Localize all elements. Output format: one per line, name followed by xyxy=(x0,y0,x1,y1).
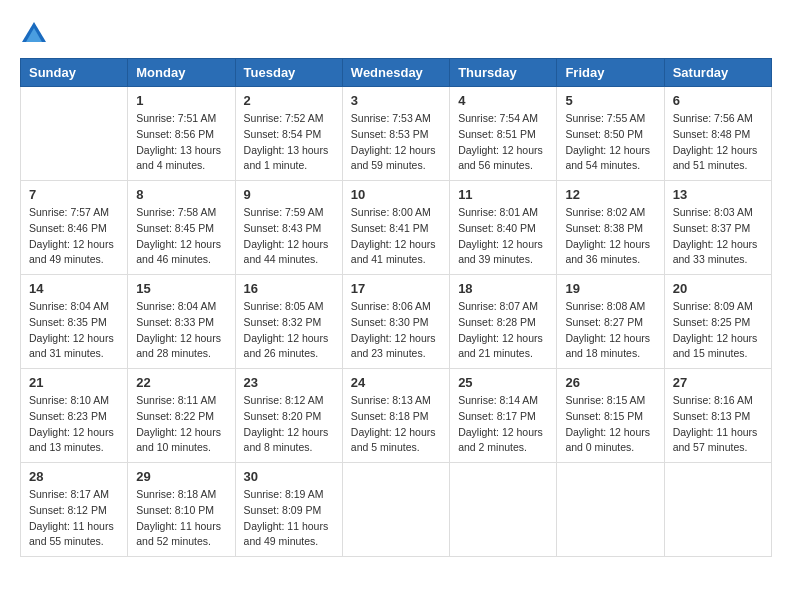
day-number: 23 xyxy=(244,375,334,390)
calendar-cell: 19Sunrise: 8:08 AM Sunset: 8:27 PM Dayli… xyxy=(557,275,664,369)
calendar-cell: 15Sunrise: 8:04 AM Sunset: 8:33 PM Dayli… xyxy=(128,275,235,369)
day-info: Sunrise: 8:17 AM Sunset: 8:12 PM Dayligh… xyxy=(29,487,119,550)
day-info: Sunrise: 7:59 AM Sunset: 8:43 PM Dayligh… xyxy=(244,205,334,268)
day-info: Sunrise: 8:11 AM Sunset: 8:22 PM Dayligh… xyxy=(136,393,226,456)
calendar-cell: 10Sunrise: 8:00 AM Sunset: 8:41 PM Dayli… xyxy=(342,181,449,275)
day-number: 16 xyxy=(244,281,334,296)
header-friday: Friday xyxy=(557,59,664,87)
week-row-5: 28Sunrise: 8:17 AM Sunset: 8:12 PM Dayli… xyxy=(21,463,772,557)
day-info: Sunrise: 7:51 AM Sunset: 8:56 PM Dayligh… xyxy=(136,111,226,174)
day-info: Sunrise: 8:02 AM Sunset: 8:38 PM Dayligh… xyxy=(565,205,655,268)
logo-icon xyxy=(20,20,48,48)
calendar-cell xyxy=(450,463,557,557)
day-info: Sunrise: 8:09 AM Sunset: 8:25 PM Dayligh… xyxy=(673,299,763,362)
calendar-cell: 8Sunrise: 7:58 AM Sunset: 8:45 PM Daylig… xyxy=(128,181,235,275)
day-info: Sunrise: 8:05 AM Sunset: 8:32 PM Dayligh… xyxy=(244,299,334,362)
calendar-cell xyxy=(342,463,449,557)
calendar-cell: 3Sunrise: 7:53 AM Sunset: 8:53 PM Daylig… xyxy=(342,87,449,181)
week-row-3: 14Sunrise: 8:04 AM Sunset: 8:35 PM Dayli… xyxy=(21,275,772,369)
day-info: Sunrise: 8:03 AM Sunset: 8:37 PM Dayligh… xyxy=(673,205,763,268)
day-info: Sunrise: 7:56 AM Sunset: 8:48 PM Dayligh… xyxy=(673,111,763,174)
day-info: Sunrise: 8:19 AM Sunset: 8:09 PM Dayligh… xyxy=(244,487,334,550)
day-number: 14 xyxy=(29,281,119,296)
calendar-cell: 7Sunrise: 7:57 AM Sunset: 8:46 PM Daylig… xyxy=(21,181,128,275)
day-number: 13 xyxy=(673,187,763,202)
header-monday: Monday xyxy=(128,59,235,87)
day-number: 15 xyxy=(136,281,226,296)
calendar-cell: 22Sunrise: 8:11 AM Sunset: 8:22 PM Dayli… xyxy=(128,369,235,463)
day-number: 17 xyxy=(351,281,441,296)
day-number: 29 xyxy=(136,469,226,484)
day-info: Sunrise: 8:07 AM Sunset: 8:28 PM Dayligh… xyxy=(458,299,548,362)
calendar-cell xyxy=(664,463,771,557)
week-row-1: 1Sunrise: 7:51 AM Sunset: 8:56 PM Daylig… xyxy=(21,87,772,181)
day-number: 6 xyxy=(673,93,763,108)
calendar-cell: 18Sunrise: 8:07 AM Sunset: 8:28 PM Dayli… xyxy=(450,275,557,369)
day-number: 18 xyxy=(458,281,548,296)
day-number: 28 xyxy=(29,469,119,484)
day-info: Sunrise: 8:13 AM Sunset: 8:18 PM Dayligh… xyxy=(351,393,441,456)
day-number: 7 xyxy=(29,187,119,202)
calendar-cell: 24Sunrise: 8:13 AM Sunset: 8:18 PM Dayli… xyxy=(342,369,449,463)
day-info: Sunrise: 8:12 AM Sunset: 8:20 PM Dayligh… xyxy=(244,393,334,456)
day-number: 25 xyxy=(458,375,548,390)
day-number: 5 xyxy=(565,93,655,108)
day-info: Sunrise: 8:15 AM Sunset: 8:15 PM Dayligh… xyxy=(565,393,655,456)
calendar-cell xyxy=(21,87,128,181)
calendar-cell: 20Sunrise: 8:09 AM Sunset: 8:25 PM Dayli… xyxy=(664,275,771,369)
day-info: Sunrise: 8:04 AM Sunset: 8:35 PM Dayligh… xyxy=(29,299,119,362)
day-info: Sunrise: 8:16 AM Sunset: 8:13 PM Dayligh… xyxy=(673,393,763,456)
day-number: 30 xyxy=(244,469,334,484)
day-info: Sunrise: 7:58 AM Sunset: 8:45 PM Dayligh… xyxy=(136,205,226,268)
day-number: 10 xyxy=(351,187,441,202)
header-thursday: Thursday xyxy=(450,59,557,87)
day-number: 11 xyxy=(458,187,548,202)
day-info: Sunrise: 7:55 AM Sunset: 8:50 PM Dayligh… xyxy=(565,111,655,174)
day-number: 1 xyxy=(136,93,226,108)
day-info: Sunrise: 8:00 AM Sunset: 8:41 PM Dayligh… xyxy=(351,205,441,268)
header-tuesday: Tuesday xyxy=(235,59,342,87)
calendar-cell: 9Sunrise: 7:59 AM Sunset: 8:43 PM Daylig… xyxy=(235,181,342,275)
calendar-cell: 30Sunrise: 8:19 AM Sunset: 8:09 PM Dayli… xyxy=(235,463,342,557)
calendar-cell: 2Sunrise: 7:52 AM Sunset: 8:54 PM Daylig… xyxy=(235,87,342,181)
day-info: Sunrise: 8:04 AM Sunset: 8:33 PM Dayligh… xyxy=(136,299,226,362)
calendar-cell: 27Sunrise: 8:16 AM Sunset: 8:13 PM Dayli… xyxy=(664,369,771,463)
calendar-cell: 29Sunrise: 8:18 AM Sunset: 8:10 PM Dayli… xyxy=(128,463,235,557)
day-number: 21 xyxy=(29,375,119,390)
day-info: Sunrise: 8:18 AM Sunset: 8:10 PM Dayligh… xyxy=(136,487,226,550)
week-row-4: 21Sunrise: 8:10 AM Sunset: 8:23 PM Dayli… xyxy=(21,369,772,463)
calendar-header-row: SundayMondayTuesdayWednesdayThursdayFrid… xyxy=(21,59,772,87)
day-number: 24 xyxy=(351,375,441,390)
calendar-cell: 11Sunrise: 8:01 AM Sunset: 8:40 PM Dayli… xyxy=(450,181,557,275)
header-saturday: Saturday xyxy=(664,59,771,87)
calendar-cell: 4Sunrise: 7:54 AM Sunset: 8:51 PM Daylig… xyxy=(450,87,557,181)
day-info: Sunrise: 8:08 AM Sunset: 8:27 PM Dayligh… xyxy=(565,299,655,362)
day-number: 22 xyxy=(136,375,226,390)
calendar-cell: 6Sunrise: 7:56 AM Sunset: 8:48 PM Daylig… xyxy=(664,87,771,181)
calendar-cell: 25Sunrise: 8:14 AM Sunset: 8:17 PM Dayli… xyxy=(450,369,557,463)
calendar-cell: 13Sunrise: 8:03 AM Sunset: 8:37 PM Dayli… xyxy=(664,181,771,275)
day-number: 4 xyxy=(458,93,548,108)
day-info: Sunrise: 7:54 AM Sunset: 8:51 PM Dayligh… xyxy=(458,111,548,174)
calendar-cell: 12Sunrise: 8:02 AM Sunset: 8:38 PM Dayli… xyxy=(557,181,664,275)
day-number: 26 xyxy=(565,375,655,390)
calendar-cell: 17Sunrise: 8:06 AM Sunset: 8:30 PM Dayli… xyxy=(342,275,449,369)
day-info: Sunrise: 8:14 AM Sunset: 8:17 PM Dayligh… xyxy=(458,393,548,456)
calendar-cell: 28Sunrise: 8:17 AM Sunset: 8:12 PM Dayli… xyxy=(21,463,128,557)
calendar-cell: 14Sunrise: 8:04 AM Sunset: 8:35 PM Dayli… xyxy=(21,275,128,369)
day-number: 19 xyxy=(565,281,655,296)
calendar-cell xyxy=(557,463,664,557)
day-info: Sunrise: 8:10 AM Sunset: 8:23 PM Dayligh… xyxy=(29,393,119,456)
day-number: 2 xyxy=(244,93,334,108)
day-number: 3 xyxy=(351,93,441,108)
calendar-cell: 21Sunrise: 8:10 AM Sunset: 8:23 PM Dayli… xyxy=(21,369,128,463)
calendar-cell: 23Sunrise: 8:12 AM Sunset: 8:20 PM Dayli… xyxy=(235,369,342,463)
logo xyxy=(20,20,52,48)
calendar-table: SundayMondayTuesdayWednesdayThursdayFrid… xyxy=(20,58,772,557)
calendar-cell: 26Sunrise: 8:15 AM Sunset: 8:15 PM Dayli… xyxy=(557,369,664,463)
day-number: 9 xyxy=(244,187,334,202)
day-number: 27 xyxy=(673,375,763,390)
day-info: Sunrise: 8:01 AM Sunset: 8:40 PM Dayligh… xyxy=(458,205,548,268)
day-number: 12 xyxy=(565,187,655,202)
header-sunday: Sunday xyxy=(21,59,128,87)
